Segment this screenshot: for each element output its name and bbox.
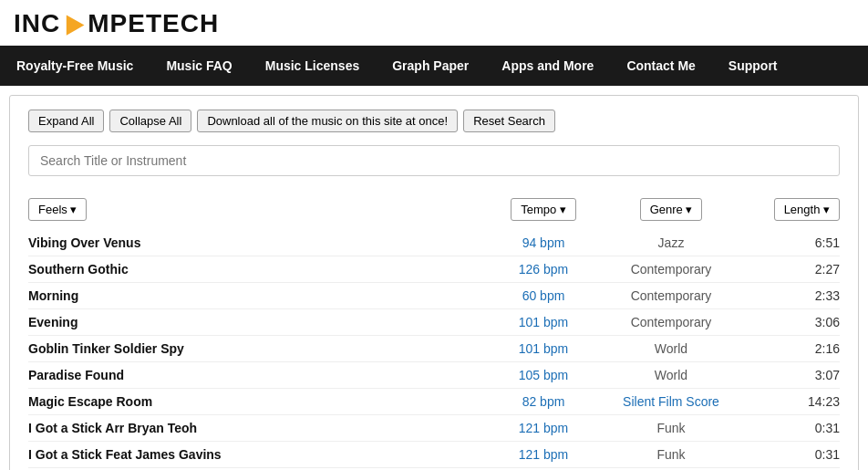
track-genre: Jazz <box>594 235 749 250</box>
track-genre: Contemporary <box>594 288 749 303</box>
track-genre: Funk <box>594 447 749 462</box>
tempo-filter-button[interactable]: Tempo ▾ <box>511 198 576 221</box>
logo-text-after: MPETECH <box>88 9 219 37</box>
track-genre[interactable]: Silent Film Score <box>594 394 749 409</box>
nav-apps-and-more[interactable]: Apps and More <box>485 46 610 86</box>
site-header: INCMPETECH <box>0 0 868 46</box>
table-row: I Got a Stick Arr Bryan Teoh 121 bpm Fun… <box>28 415 840 442</box>
track-tempo: 94 bpm <box>493 235 594 250</box>
expand-all-button[interactable]: Expand All <box>28 110 104 132</box>
nav-music-licenses[interactable]: Music Licenses <box>249 46 377 86</box>
track-title[interactable]: I Got a Stick Arr Bryan Teoh <box>28 421 493 435</box>
track-length: 3:06 <box>749 315 840 329</box>
table-row: Magic Escape Room 82 bpm Silent Film Sco… <box>28 389 840 415</box>
track-tempo: 121 bpm <box>493 421 594 435</box>
table-row: Goblin Tinker Soldier Spy 101 bpm World … <box>28 336 840 362</box>
track-title[interactable]: I Got a Stick Feat James Gavins <box>28 447 493 462</box>
track-length: 0:31 <box>749 421 840 435</box>
table-row: Paradise Found 105 bpm World 3:07 <box>28 362 840 389</box>
filter-row: Feels ▾ Tempo ▾ Genre ▾ Length ▾ <box>28 193 840 226</box>
track-title[interactable]: Evening <box>28 315 493 329</box>
track-length: 3:07 <box>749 368 840 382</box>
track-genre: Contemporary <box>594 315 749 329</box>
feels-filter-button[interactable]: Feels ▾ <box>28 198 87 221</box>
nav-music-faq[interactable]: Music FAQ <box>150 46 248 86</box>
track-length: 0:31 <box>749 447 840 462</box>
genre-filter-button[interactable]: Genre ▾ <box>640 198 703 221</box>
track-title[interactable]: Goblin Tinker Soldier Spy <box>28 341 493 356</box>
track-length: 2:27 <box>749 262 840 277</box>
main-content: Expand All Collapse All Download all of … <box>9 95 859 470</box>
track-genre: Contemporary <box>594 262 749 277</box>
feels-filter-col: Feels ▾ <box>28 198 493 221</box>
track-genre: World <box>594 368 749 382</box>
nav-support[interactable]: Support <box>712 46 794 86</box>
track-list: Vibing Over Venus 94 bpm Jazz 6:51 South… <box>28 230 840 470</box>
track-length: 14:23 <box>749 394 840 409</box>
length-filter-button[interactable]: Length ▾ <box>774 198 840 221</box>
track-length: 2:16 <box>749 341 840 356</box>
nav-royalty-free-music[interactable]: Royalty-Free Music <box>0 46 150 86</box>
nav-graph-paper[interactable]: Graph Paper <box>376 46 485 86</box>
track-tempo: 101 bpm <box>493 341 594 356</box>
track-genre: World <box>594 341 749 356</box>
table-row: Evening 101 bpm Contemporary 3:06 <box>28 309 840 336</box>
genre-filter-col: Genre ▾ <box>594 198 749 221</box>
track-tempo: 60 bpm <box>493 288 594 303</box>
download-all-button[interactable]: Download all of the music on this site a… <box>197 110 458 132</box>
logo-text-before: INC <box>14 9 60 37</box>
track-tempo: 82 bpm <box>493 394 594 409</box>
nav-contact-me[interactable]: Contact Me <box>610 46 711 86</box>
table-row: Morning 60 bpm Contemporary 2:33 <box>28 283 840 309</box>
track-title[interactable]: Magic Escape Room <box>28 394 493 409</box>
collapse-all-button[interactable]: Collapse All <box>109 110 191 132</box>
track-tempo: 105 bpm <box>493 368 594 382</box>
track-length: 6:51 <box>749 235 840 250</box>
track-length: 2:33 <box>749 288 840 303</box>
site-logo[interactable]: INCMPETECH <box>14 9 219 38</box>
main-nav: Royalty-Free Music Music FAQ Music Licen… <box>0 46 868 86</box>
table-row: Vibing Over Venus 94 bpm Jazz 6:51 <box>28 230 840 256</box>
track-title[interactable]: Vibing Over Venus <box>28 235 493 250</box>
track-title[interactable]: Morning <box>28 288 493 303</box>
track-tempo: 101 bpm <box>493 315 594 329</box>
table-row: I Got a Stick Feat James Gavins 121 bpm … <box>28 442 840 468</box>
tempo-filter-col: Tempo ▾ <box>493 198 594 221</box>
track-genre: Funk <box>594 421 749 435</box>
table-row: Southern Gothic 126 bpm Contemporary 2:2… <box>28 256 840 283</box>
track-tempo: 121 bpm <box>493 447 594 462</box>
search-input[interactable] <box>28 145 840 176</box>
reset-search-button[interactable]: Reset Search <box>463 110 555 132</box>
play-icon <box>61 13 87 38</box>
track-tempo: 126 bpm <box>493 262 594 277</box>
toolbar: Expand All Collapse All Download all of … <box>28 110 840 132</box>
track-title[interactable]: Paradise Found <box>28 368 493 382</box>
track-title[interactable]: Southern Gothic <box>28 262 493 277</box>
length-filter-col: Length ▾ <box>749 198 840 221</box>
